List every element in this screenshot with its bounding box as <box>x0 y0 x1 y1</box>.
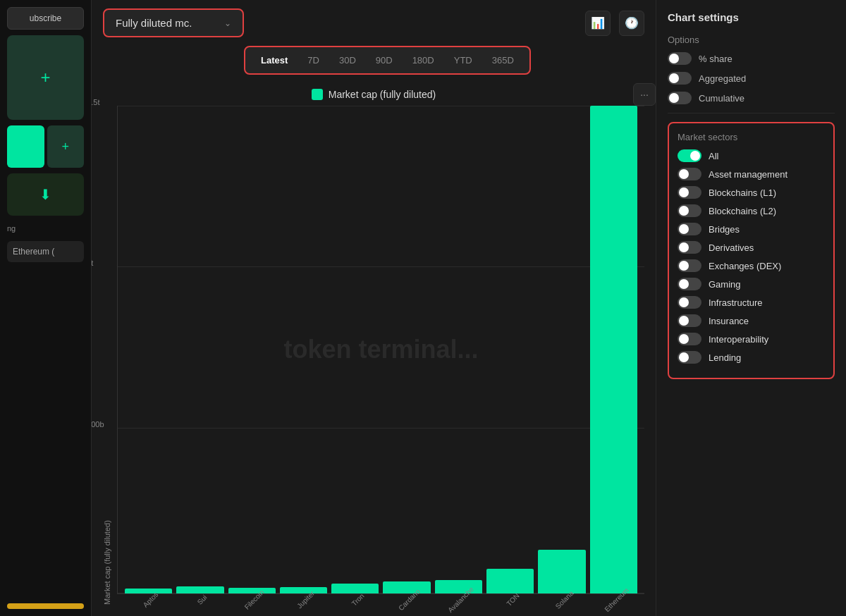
sector-label-4: Bridges <box>709 224 740 235</box>
plus-block: + <box>47 125 85 168</box>
sector-label-3: Blockchains (L2) <box>709 206 776 216</box>
bar-chart-icon: 📊 <box>591 16 605 30</box>
sector-toggle-insurance[interactable] <box>678 314 701 327</box>
sector-toggle-infrastructure[interactable] <box>678 296 701 309</box>
sector-label-2: Blockchains (L1) <box>709 187 776 198</box>
sector-row-bridges: Bridges <box>678 223 825 235</box>
sector-toggle-gaming[interactable] <box>678 278 701 290</box>
subscribe-button[interactable]: ubscribe <box>7 7 84 30</box>
legend-color-swatch <box>312 89 323 100</box>
options-container: % shareAggregatedCumulative <box>668 52 835 104</box>
download-icon: ⬇ <box>39 186 51 203</box>
bar-wrapper-aptos <box>125 106 172 593</box>
options-section-title: Options <box>668 35 835 45</box>
bar-wrapper-filecoin <box>228 106 276 593</box>
green-block <box>7 125 44 168</box>
main-content: Fully diluted mc. ⌄ 📊 🕐 Latest7D30D90D18… <box>92 0 656 616</box>
market-sectors-section: Market sectors AllAsset managementBlockc… <box>668 122 835 379</box>
sidebar-card-1: + <box>7 35 84 120</box>
y-label-1t: $1t <box>92 259 93 267</box>
bar-wrapper-avalanche <box>435 106 482 593</box>
plus-icon: + <box>40 68 50 87</box>
sector-label-8: Infrastructure <box>709 297 763 308</box>
more-options-button[interactable]: ··· <box>633 83 656 106</box>
sector-label-6: Exchanges (DEX) <box>709 261 781 271</box>
sectors-container: AllAsset managementBlockchains (L1)Block… <box>678 149 825 364</box>
sector-toggle-blockchains--l2-[interactable] <box>678 204 701 217</box>
time-filter-365d[interactable]: 365D <box>484 51 522 69</box>
metric-selector[interactable]: Fully diluted mc. ⌄ <box>103 8 244 37</box>
sector-label-10: Interoperability <box>709 334 768 345</box>
chart-wrapper: Market cap (fully diluted) $1.5t $1t $50… <box>103 106 644 605</box>
time-filter-ytd[interactable]: YTD <box>446 51 481 69</box>
bar-wrapper-tron <box>331 106 379 593</box>
sector-toggle-derivatives[interactable] <box>678 241 701 254</box>
sector-row-gaming: Gaming <box>678 278 825 290</box>
clock-icon-btn[interactable]: 🕐 <box>619 11 644 36</box>
sector-toggle-bridges[interactable] <box>678 223 701 235</box>
right-panel: Chart settings Options % shareAggregated… <box>656 0 846 616</box>
y-axis-label: Market cap (fully diluted) <box>103 106 111 605</box>
y-label-1.5t: $1.5t <box>92 98 99 106</box>
sector-label-7: Gaming <box>709 279 741 290</box>
sector-row-interoperability: Interoperability <box>678 333 825 345</box>
chart-legend: Market cap (fully diluted) <box>103 89 644 100</box>
ng-label: ng <box>7 221 84 235</box>
sector-label-11: Lending <box>709 352 741 363</box>
option-label-0: % share <box>699 54 732 64</box>
sector-row-blockchains--l2-: Blockchains (L2) <box>678 204 825 217</box>
panel-title: Chart settings <box>668 11 835 23</box>
option-label-2: Cumulative <box>699 93 744 104</box>
toggle-%-share[interactable] <box>668 52 692 65</box>
clock-icon: 🕐 <box>625 16 639 30</box>
legend-label: Market cap (fully diluted) <box>329 89 436 100</box>
sector-toggle-all[interactable] <box>678 149 701 162</box>
time-filter-90d[interactable]: 90D <box>367 51 401 69</box>
bar-wrapper-sui <box>176 106 223 593</box>
sector-label-5: Derivatives <box>709 242 754 253</box>
sector-label-1: Asset management <box>709 169 787 180</box>
time-filter-180d[interactable]: 180D <box>404 51 443 69</box>
bar-ethereum[interactable] <box>590 106 637 593</box>
option-row-0: % share <box>668 52 835 65</box>
sector-toggle-asset-management[interactable] <box>678 168 701 180</box>
sector-toggle-interoperability[interactable] <box>678 333 701 345</box>
bar-wrapper-cardano <box>383 106 430 593</box>
plus-icon-2: + <box>61 140 69 154</box>
ethereum-label: Ethereum ( <box>7 241 84 262</box>
left-sidebar: ubscribe + + ⬇ ng Ethereum ( <box>0 0 92 616</box>
sector-toggle-exchanges--dex-[interactable] <box>678 259 701 272</box>
toggle-aggregated[interactable] <box>668 72 692 85</box>
sector-row-blockchains--l1-: Blockchains (L1) <box>678 186 825 199</box>
sector-row-lending: Lending <box>678 351 825 364</box>
sector-row-derivatives: Derivatives <box>678 241 825 254</box>
time-filter-7d[interactable]: 7D <box>299 51 328 69</box>
time-filters: Latest7D30D90D180DYTD365D <box>244 46 531 75</box>
divider <box>668 113 835 113</box>
yellow-bar <box>7 603 84 609</box>
sector-toggle-blockchains--l1-[interactable] <box>678 186 701 199</box>
download-card: ⬇ <box>7 173 84 216</box>
bar-wrapper-ethereum <box>590 106 637 593</box>
bar-chart-icon-btn[interactable]: 📊 <box>585 11 611 36</box>
time-filter-bar: Latest7D30D90D180DYTD365D <box>92 46 656 83</box>
sector-toggle-lending[interactable] <box>678 351 701 364</box>
toggle-cumulative[interactable] <box>668 92 692 104</box>
sector-label-9: Insurance <box>709 316 749 326</box>
option-row-1: Aggregated <box>668 72 835 85</box>
chevron-down-icon: ⌄ <box>224 18 231 28</box>
time-filter-30d[interactable]: 30D <box>331 51 364 69</box>
bars-container <box>118 106 644 593</box>
bar-wrapper-jupiter <box>280 106 327 593</box>
chart-inner: $1.5t $1t $500b $0 token terminal... <box>117 106 644 605</box>
y-label-500b: $500b <box>92 420 104 429</box>
chart-grid: $1.5t $1t $500b $0 token terminal... <box>117 106 644 594</box>
time-filter-latest[interactable]: Latest <box>252 51 296 69</box>
sector-row-insurance: Insurance <box>678 314 825 327</box>
top-bar: Fully diluted mc. ⌄ 📊 🕐 <box>92 0 656 46</box>
sector-row-asset-management: Asset management <box>678 168 825 180</box>
bar-wrapper-solana <box>538 106 585 593</box>
x-labels: AptosSuiFilecoinJupiterTronCardanoAvalan… <box>117 597 644 605</box>
sector-label-0: All <box>709 151 718 161</box>
option-row-2: Cumulative <box>668 92 835 104</box>
